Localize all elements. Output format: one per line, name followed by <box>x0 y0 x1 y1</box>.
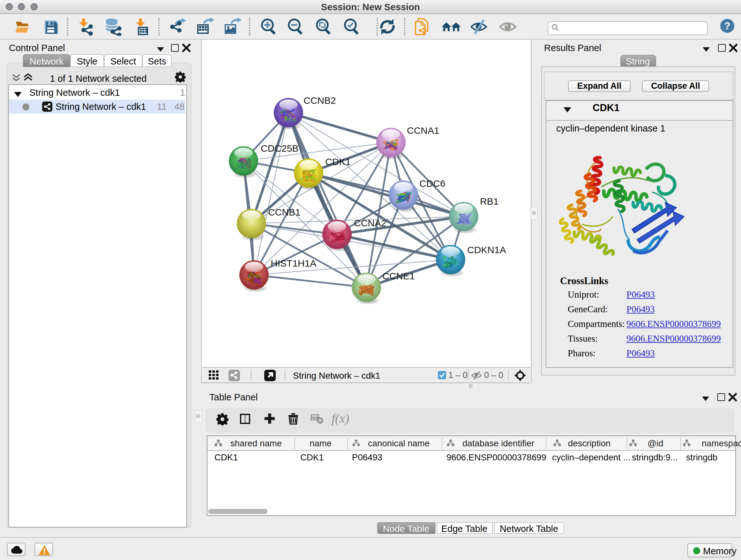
svg-text:CCNB1: CCNB1 <box>268 207 300 217</box>
svg-text:RB1: RB1 <box>480 196 498 206</box>
svg-text:?: ? <box>724 20 731 32</box>
svg-text:HIST1H1A: HIST1H1A <box>270 258 316 268</box>
svg-text:CCNA1: CCNA1 <box>407 125 439 136</box>
svg-text:CCNE1: CCNE1 <box>382 271 414 281</box>
svg-text:CCNB2: CCNB2 <box>303 95 336 106</box>
svg-text:CCNA2: CCNA2 <box>354 218 386 228</box>
svg-text:CDC25B: CDC25B <box>260 143 298 153</box>
svg-text:CDK1: CDK1 <box>325 157 350 167</box>
svg-text:CDC6: CDC6 <box>419 178 445 189</box>
svg-text:CDKN1A: CDKN1A <box>467 245 506 255</box>
